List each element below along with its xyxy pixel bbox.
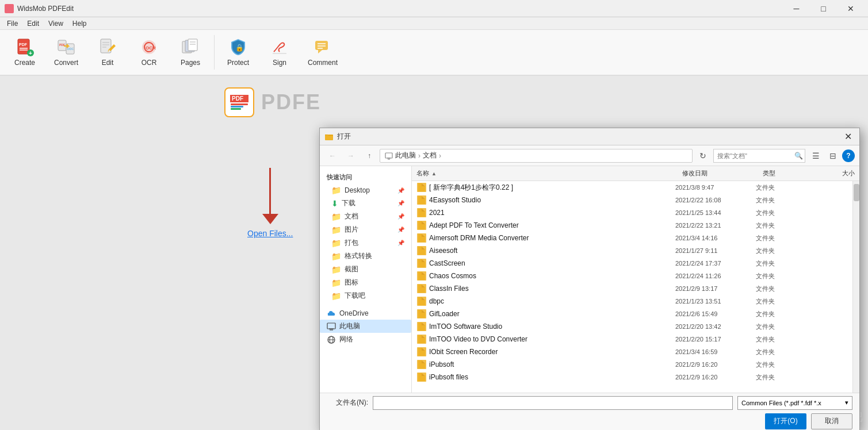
panel-item-onedrive[interactable]: OneDrive (320, 307, 411, 320)
file-row[interactable]: 2021 2021/1/25 13:44 文件夹 (412, 206, 852, 219)
panel-item-format[interactable]: 📁 格式转换 (320, 249, 411, 263)
file-row[interactable]: Adept PDF To Text Converter 2021/2/22 13… (412, 219, 852, 232)
nav-up-button[interactable]: ↑ (361, 149, 377, 163)
file-type: 文件夹 (756, 221, 802, 230)
file-row[interactable]: 4Easysoft Studio 2021/2/22 16:08 文件夹 (412, 194, 852, 206)
panel-item-downloadba[interactable]: 📁 下载吧 (320, 289, 411, 302)
panel-item-network[interactable]: 网络 (320, 333, 411, 346)
file-name: Chaos Cosmos (429, 272, 675, 280)
convert-button[interactable]: PDFDOC Convert (46, 32, 86, 72)
ocr-label: OCR (142, 59, 157, 67)
menu-file[interactable]: File (2, 18, 22, 29)
file-type: 文件夹 (756, 272, 802, 281)
create-button[interactable]: PDF+ Create (5, 32, 45, 72)
menu-view[interactable]: View (44, 18, 68, 29)
svg-text:OCR: OCR (146, 45, 156, 51)
file-row[interactable]: GifLoader 2021/2/6 15:49 文件夹 (412, 308, 852, 320)
comment-icon (313, 38, 332, 56)
dialog-title-bar: 打开 ✕ (320, 128, 859, 145)
sign-icon (270, 38, 289, 56)
dialog-folder-icon (324, 132, 334, 141)
open-files-link[interactable]: Open Files... (247, 229, 293, 238)
search-icon-button[interactable]: 🔍 (791, 149, 805, 163)
panel-label-icons: 图标 (345, 278, 358, 287)
edit-button[interactable]: Edit (87, 32, 128, 72)
ocr-button[interactable]: OCR OCR (129, 32, 169, 72)
col-header-size[interactable]: 大小 (809, 169, 855, 178)
open-button[interactable]: 打开(O) (765, 413, 806, 429)
panel-item-pictures[interactable]: 📁 图片 📌 (320, 223, 411, 236)
pin-icon-download: 📌 (397, 200, 404, 206)
file-date: 2021/2/22 16:08 (675, 197, 756, 204)
menu-edit[interactable]: Edit (22, 18, 44, 29)
menu-help[interactable]: Help (68, 18, 91, 29)
scrollbar[interactable] (852, 181, 859, 393)
file-row[interactable]: Aiseesoft 2021/1/27 9:11 文件夹 (412, 244, 852, 257)
filename-input[interactable] (373, 396, 733, 410)
file-row[interactable]: IObit Screen Recorder 2021/3/4 16:59 文件夹 (412, 345, 852, 358)
folder-icon-docs: 📁 (331, 212, 341, 221)
panel-item-thispc[interactable]: 此电脑 (320, 320, 411, 333)
file-row[interactable]: dbpc 2021/1/23 13:51 文件夹 (412, 295, 852, 308)
file-name: Aiseesoft (429, 247, 675, 255)
sign-button[interactable]: Sign (259, 32, 300, 72)
breadcrumb-end: › (439, 152, 441, 160)
comment-button[interactable]: Comment (301, 32, 345, 72)
panel-item-docs[interactable]: 📁 文档 📌 (320, 210, 411, 223)
file-row[interactable]: Aimersoft DRM Media Converter 2021/3/4 1… (412, 232, 852, 244)
col-header-type[interactable]: 类型 (763, 169, 809, 178)
arrow-line (269, 168, 271, 214)
network-icon (327, 335, 336, 344)
filetype-dropdown[interactable]: Common Files (*.pdf *.fdf *.x ▾ (737, 396, 852, 410)
pages-icon (181, 38, 200, 56)
cancel-button[interactable]: 取消 (811, 413, 852, 429)
file-row[interactable]: Chaos Cosmos 2021/2/24 11:26 文件夹 (412, 270, 852, 282)
maximize-button[interactable]: □ (810, 0, 836, 17)
toolbar-separator (214, 35, 215, 70)
file-row[interactable]: CastScreen 2021/2/24 17:37 文件夹 (412, 257, 852, 270)
pdf-text: PDF (230, 95, 248, 102)
file-row[interactable]: [ 新华字典4秒1步检字0.22 ] 2021/3/8 9:47 文件夹 (412, 181, 852, 194)
refresh-button[interactable]: ↻ (695, 149, 711, 163)
scrollbar-thumb[interactable] (854, 184, 859, 201)
file-icon (416, 271, 427, 281)
dialog-close-button[interactable]: ✕ (841, 130, 855, 144)
panel-item-download[interactable]: ⬇ 下载 📌 (320, 197, 411, 210)
view-list-button[interactable]: ☰ (808, 149, 824, 163)
file-type: 文件夹 (756, 360, 802, 369)
title-bar-left: WidsMob PDFEdit (5, 4, 74, 13)
file-row[interactable]: ImTOO Software Studio 2021/2/20 13:42 文件… (412, 320, 852, 333)
file-row[interactable]: iPubsoft files 2021/2/9 16:20 文件夹 (412, 371, 852, 383)
panel-item-icons[interactable]: 📁 图标 (320, 276, 411, 289)
filetype-arrow: ▾ (845, 399, 848, 406)
menu-bar: File Edit View Help (0, 17, 868, 30)
panel-item-pack[interactable]: 📁 打包 📌 (320, 236, 411, 249)
pages-button[interactable]: Pages (170, 32, 211, 72)
protect-button[interactable]: 🔒 Protect (218, 32, 258, 72)
svg-rect-34 (327, 323, 335, 329)
col-header-date[interactable]: 修改日期 (682, 169, 763, 178)
file-row[interactable]: ClassIn Files 2021/2/9 13:17 文件夹 (412, 282, 852, 295)
file-type: 文件夹 (756, 209, 802, 217)
svg-rect-21 (188, 39, 197, 51)
close-button[interactable]: ✕ (838, 0, 863, 17)
col-header-name[interactable]: 名称 ▲ (416, 169, 682, 178)
col-size-label: 大小 (842, 170, 855, 176)
nav-forward-button[interactable]: → (343, 149, 359, 163)
nav-back-button[interactable]: ← (324, 149, 341, 163)
minimize-button[interactable]: ─ (783, 0, 809, 17)
view-detail-button[interactable]: ⊟ (825, 149, 841, 163)
panel-item-screenshot[interactable]: 📁 截图 (320, 263, 411, 276)
file-row[interactable]: iPubsoft 2021/2/9 16:20 文件夹 (412, 358, 852, 371)
file-date: 2021/3/4 16:59 (675, 348, 756, 355)
file-name: CastScreen (429, 259, 675, 267)
panel-item-desktop[interactable]: 📁 Desktop 📌 (320, 184, 411, 197)
svg-text:🔒: 🔒 (235, 43, 244, 52)
file-type: 文件夹 (756, 297, 802, 306)
dialog-toolbar: ← → ↑ 此电脑 › 文档 › ↻ 🔍 ☰ ⊟ ? (320, 145, 859, 166)
help-button[interactable]: ? (842, 149, 855, 162)
app-window: WidsMob PDFEdit ─ □ ✕ File Edit View Hel… (0, 0, 868, 430)
file-row[interactable]: ImTOO Video to DVD Converter 2021/2/20 1… (412, 333, 852, 345)
comment-label: Comment (308, 59, 338, 67)
app-name-text: PDFE (261, 90, 321, 114)
